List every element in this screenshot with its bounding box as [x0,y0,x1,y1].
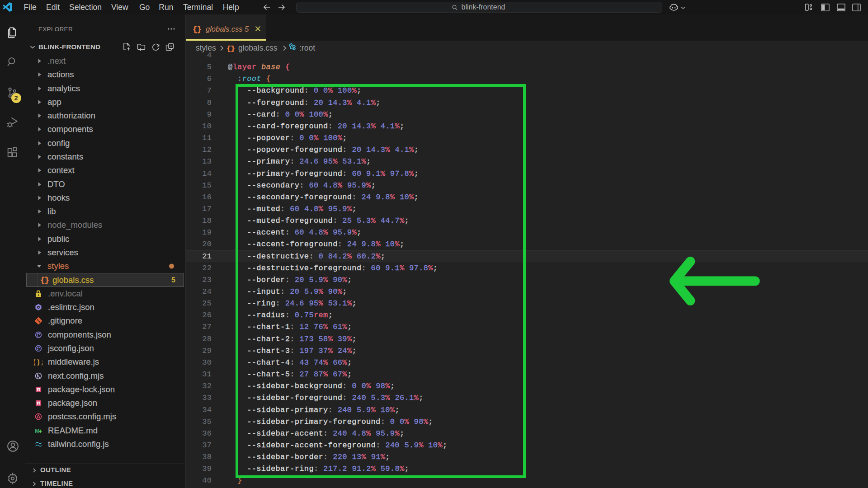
svg-text:{}: {} [193,26,201,33]
svg-text:M: M [35,427,40,434]
svg-text:();: (); [34,359,42,366]
svg-text:{}: {} [227,45,235,52]
svg-text:{}: {} [41,277,49,284]
